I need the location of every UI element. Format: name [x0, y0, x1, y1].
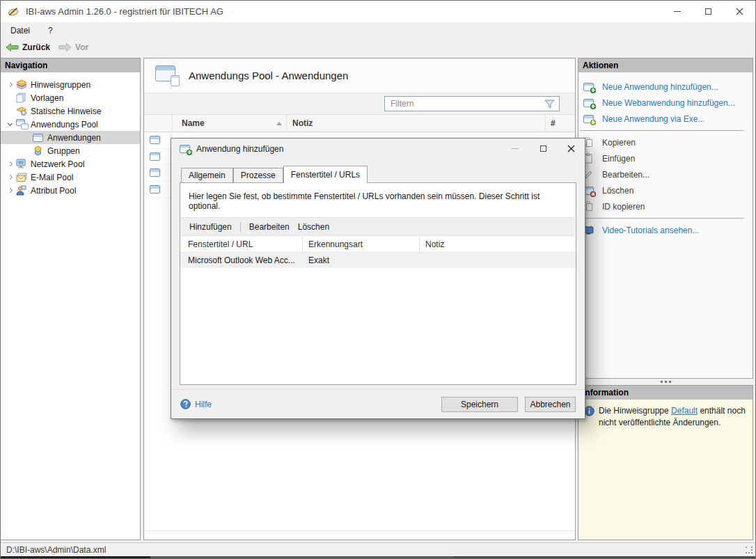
minimize-button[interactable]: [661, 1, 693, 22]
sidebar-item-statische-hinweise[interactable]: Statische Hinweise: [1, 104, 140, 118]
applications-header-icon: [155, 65, 180, 86]
new-webapplication-icon: [583, 99, 597, 107]
navigation-tree: Hinweisgruppen Vorlagen Statische Hinwei…: [1, 72, 140, 197]
dialog-tab-page: Hier legen Sie fest, ob bestimmte Fenste…: [180, 182, 576, 385]
menu-help[interactable]: ?: [48, 26, 53, 36]
chevron-right-icon[interactable]: [7, 162, 12, 166]
dialog-close-button[interactable]: [557, 139, 585, 159]
action-id-kopieren[interactable]: ID kopieren: [578, 198, 753, 214]
dialog-column-title[interactable]: Fenstertitel / URL: [180, 236, 303, 252]
actions-list: Neue Anwendung hinzufügen... Neue Webanw…: [578, 72, 753, 378]
dialog-column-header: Fenstertitel / URL Erkennungsart Notiz: [180, 236, 576, 253]
application-icon: [33, 134, 47, 142]
dialog-edit-button[interactable]: Bearbeiten: [249, 222, 290, 232]
action-bearbeiten[interactable]: Bearbeiten...: [578, 166, 753, 182]
application-icon: [150, 185, 160, 194]
minimize-icon: [674, 11, 681, 12]
action-new-application-via-exe[interactable]: Neue Anwendung via Exe...: [578, 111, 753, 127]
dialog-maximize-button[interactable]: [529, 139, 557, 159]
forward-button[interactable]: Vor: [58, 42, 88, 52]
action-kopieren[interactable]: Kopieren: [578, 134, 753, 150]
templates-icon: [16, 93, 30, 103]
sidebar-item-anwendungs-pool[interactable]: Anwendungs Pool: [1, 118, 140, 131]
window-title: IBI-aws Admin 1.26.0 - registriert für I…: [26, 6, 223, 17]
resize-grip-icon[interactable]: [746, 546, 753, 554]
statusbar-path: D:\IBI-aws\Admin\Data.xml: [6, 545, 106, 555]
chevron-right-icon[interactable]: [7, 82, 12, 87]
filter-box: [384, 96, 560, 111]
new-application-exe-icon: [583, 115, 597, 123]
static-notices-icon: [16, 106, 30, 116]
application-pool-icon: [16, 119, 30, 129]
chevron-right-icon[interactable]: [7, 188, 12, 193]
sidebar-item-attribut-pool[interactable]: Attribut Pool: [1, 184, 140, 197]
actions-separator: [580, 218, 744, 219]
dialog-table-row[interactable]: Microsoft Outlook Web Acc... Exakt: [180, 253, 576, 268]
window-controls: [661, 1, 755, 22]
tab-prozesse[interactable]: Prozesse: [233, 168, 283, 182]
menubar: Datei ?: [1, 22, 755, 38]
sidebar-item-netzwerk-pool[interactable]: Netzwerk Pool: [1, 157, 140, 171]
save-button[interactable]: Speichern: [441, 397, 518, 412]
dialog-buttons: Speichern Abbrechen: [441, 397, 576, 412]
filter-row: [144, 93, 575, 115]
information-text: Die Hinweisgruppe Default enthält noch n…: [599, 405, 747, 429]
dialog-minimize-button[interactable]: [501, 139, 529, 159]
filter-icon[interactable]: [544, 100, 555, 109]
help-link[interactable]: Hilfe: [180, 399, 212, 409]
column-notiz[interactable]: Notiz: [287, 115, 546, 132]
dialog-title: Anwendung hinzufügen: [196, 144, 283, 154]
back-label: Zurück: [22, 42, 50, 52]
dialog-delete-button[interactable]: Löschen: [298, 222, 329, 232]
action-video-tutorials[interactable]: Video-Tutorials ansehen...: [578, 222, 753, 238]
panel-splitter[interactable]: [578, 379, 753, 385]
action-loeschen[interactable]: Löschen: [578, 182, 753, 198]
cancel-button[interactable]: Abbrechen: [525, 397, 576, 412]
actions-header: Aktionen: [578, 58, 753, 72]
app-window: IBI-aws Admin 1.26.0 - registriert für I…: [0, 0, 756, 559]
back-button[interactable]: Zurück: [6, 42, 50, 52]
dialog-titlebar: Anwendung hinzufügen: [171, 139, 585, 159]
tab-allgemein[interactable]: Allgemein: [181, 168, 233, 182]
dialog-column-type[interactable]: Erkennungsart: [303, 236, 420, 252]
action-new-application[interactable]: Neue Anwendung hinzufügen...: [578, 79, 753, 95]
forward-label: Vor: [75, 42, 88, 52]
menu-datei[interactable]: Datei: [10, 26, 30, 36]
close-button[interactable]: [724, 1, 755, 22]
titlebar: IBI-aws Admin 1.26.0 - registriert für I…: [1, 1, 755, 22]
maximize-button[interactable]: [693, 1, 724, 22]
dialog-add-button[interactable]: Hinzufügen: [189, 222, 232, 232]
toolbar-separator: [240, 222, 241, 232]
info-icon: [584, 406, 594, 416]
sidebar-item-vorlagen[interactable]: Vorlagen: [1, 91, 140, 104]
action-new-webapplication[interactable]: Neue Webanwendung hinzufügen...: [578, 95, 753, 111]
groups-icon: [33, 145, 47, 156]
dialog-column-note[interactable]: Notiz: [420, 236, 576, 252]
splitter-dots-icon: [665, 381, 667, 383]
maximize-icon: [705, 8, 711, 15]
sidebar-item-anwendungen[interactable]: Anwendungen: [1, 131, 140, 144]
chevron-right-icon[interactable]: [7, 175, 12, 180]
action-einfuegen[interactable]: Einfügen: [578, 150, 753, 166]
column-count[interactable]: #: [546, 115, 575, 132]
close-icon: [567, 145, 575, 152]
main-header: Anwendungs Pool - Anwendungen: [144, 58, 575, 93]
page-title: Anwendungs Pool - Anwendungen: [189, 70, 348, 81]
actions-separator: [580, 130, 744, 131]
sidebar-item-hinweisgruppen[interactable]: Hinweisgruppen: [1, 78, 140, 91]
notice-groups-icon: [16, 79, 30, 90]
default-group-link[interactable]: Default: [671, 406, 698, 416]
application-icon: [150, 168, 160, 177]
back-arrow-icon: [6, 42, 19, 52]
nav-toolbar: Zurück Vor: [1, 38, 755, 56]
sidebar-item-gruppen[interactable]: Gruppen: [1, 144, 140, 157]
table-column-header: Name Notiz #: [144, 115, 575, 132]
actions-panel: Aktionen Neue Anwendung hinzufügen... Ne…: [578, 58, 753, 379]
column-name[interactable]: Name: [173, 115, 287, 132]
network-pool-icon: [16, 159, 30, 169]
sidebar-item-email-pool[interactable]: E-Mail Pool: [1, 171, 140, 184]
filter-input[interactable]: [389, 98, 542, 109]
close-icon: [736, 8, 743, 15]
tab-fenstertitel-urls[interactable]: Fenstertitel / URLs: [283, 166, 368, 183]
chevron-down-icon[interactable]: [7, 121, 12, 126]
